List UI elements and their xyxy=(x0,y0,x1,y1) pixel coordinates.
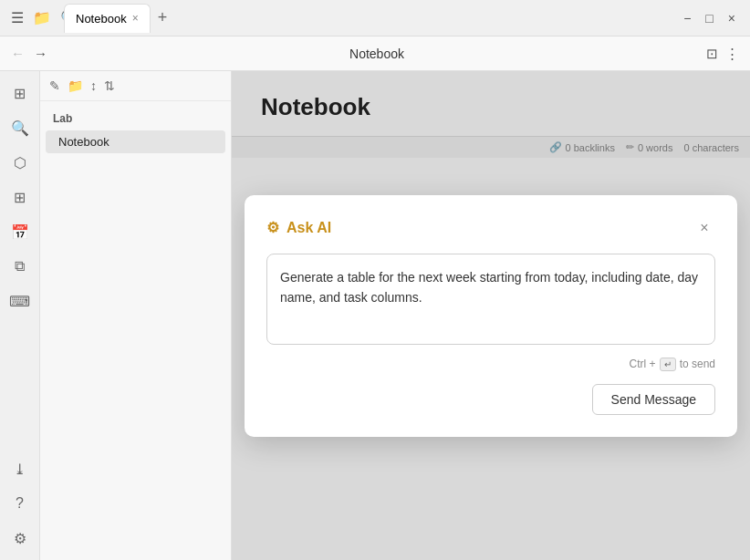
modal-header: ⚙ Ask AI × xyxy=(266,217,715,239)
navbar-title: Notebook xyxy=(57,47,697,61)
iconbar-search[interactable]: 🔍 xyxy=(5,113,35,142)
modal-title: ⚙ Ask AI xyxy=(266,219,331,236)
sidebar: ✎ 📁 ↕ ⇅ Lab Notebook xyxy=(40,71,232,560)
modal-close-button[interactable]: × xyxy=(693,217,715,239)
iconbar: ⊞ 🔍 ⬡ ⊞ 📅 ⧉ ⌨ ⤓ ? ⚙ xyxy=(0,71,40,560)
ask-ai-modal: ⚙ Ask AI × Ctrl + ↵ to send Send Message xyxy=(245,195,737,437)
sidebar-content: Lab Notebook xyxy=(40,101,231,161)
enter-key-icon: ↵ xyxy=(660,358,676,371)
send-message-button[interactable]: Send Message xyxy=(592,384,715,415)
hint-ctrl-text: Ctrl + xyxy=(630,358,656,370)
sidebar-edit-icon[interactable]: ✎ xyxy=(49,78,60,93)
sidebar-sort-icon[interactable]: ↕ xyxy=(90,78,97,93)
sidebar-toolbar: ✎ 📁 ↕ ⇅ xyxy=(40,71,231,101)
tab-label: Notebook xyxy=(76,12,127,26)
content-area: Notebook ⚙ Ask AI × Ctrl + ↵ to send xyxy=(232,71,750,560)
ai-prompt-input[interactable] xyxy=(266,254,715,345)
sidebar-expand-icon[interactable]: ⇅ xyxy=(104,78,115,93)
iconbar-copy[interactable]: ⧉ xyxy=(5,252,35,281)
iconbar-graph[interactable]: ⬡ xyxy=(5,148,35,177)
iconbar-home[interactable]: ⊞ xyxy=(5,78,35,108)
sidebar-folder-icon[interactable]: 📁 xyxy=(68,78,83,93)
titlebar-left: ☰ 📁 🔍 🔖 xyxy=(11,9,57,26)
forward-button[interactable]: → xyxy=(34,46,47,61)
sidebar-item-notebook[interactable]: Notebook xyxy=(46,130,225,153)
iconbar-import[interactable]: ⤓ xyxy=(5,454,35,483)
iconbar-terminal[interactable]: ⌨ xyxy=(5,286,35,316)
back-button[interactable]: ← xyxy=(11,46,25,61)
sidebar-item-label: Notebook xyxy=(58,135,109,149)
window-minimize-button[interactable]: − xyxy=(680,11,694,26)
sidebar-toggle-icon[interactable]: ☰ xyxy=(11,9,24,26)
notebook-tab[interactable]: Notebook × xyxy=(64,4,151,33)
hint-to-send-text: to send xyxy=(680,358,715,370)
modal-hint: Ctrl + ↵ to send xyxy=(266,358,715,371)
more-options-icon[interactable]: ⋮ xyxy=(725,46,739,62)
titlebar: ☰ 📁 🔍 🔖 Notebook × + − □ × xyxy=(0,0,750,36)
tab-bar: Notebook × + xyxy=(64,4,672,33)
navbar-right: ⊡ ⋮ xyxy=(706,46,739,62)
ai-icon: ⚙ xyxy=(266,219,279,236)
titlebar-controls: − □ × xyxy=(680,11,739,26)
modal-overlay: ⚙ Ask AI × Ctrl + ↵ to send Send Message xyxy=(232,71,750,560)
tab-close-icon[interactable]: × xyxy=(132,12,139,25)
modal-footer: Send Message xyxy=(266,384,715,415)
sidebar-group-label: Lab xyxy=(40,109,231,129)
reader-mode-icon[interactable]: ⊡ xyxy=(706,46,718,62)
iconbar-settings[interactable]: ⚙ xyxy=(5,524,35,553)
iconbar-grid[interactable]: ⊞ xyxy=(5,182,35,212)
iconbar-help[interactable]: ? xyxy=(5,489,35,518)
main-layout: ⊞ 🔍 ⬡ ⊞ 📅 ⧉ ⌨ ⤓ ? ⚙ ✎ 📁 ↕ ⇅ Lab Notebook… xyxy=(0,71,750,560)
new-tab-button[interactable]: + xyxy=(154,8,172,27)
window-close-button[interactable]: × xyxy=(724,11,739,26)
navbar: ← → Notebook ⊡ ⋮ xyxy=(0,36,750,71)
folder-icon[interactable]: 📁 xyxy=(33,9,51,26)
iconbar-calendar[interactable]: 📅 xyxy=(5,217,35,246)
window-restore-button[interactable]: □ xyxy=(702,11,716,26)
modal-title-text: Ask AI xyxy=(286,220,331,236)
